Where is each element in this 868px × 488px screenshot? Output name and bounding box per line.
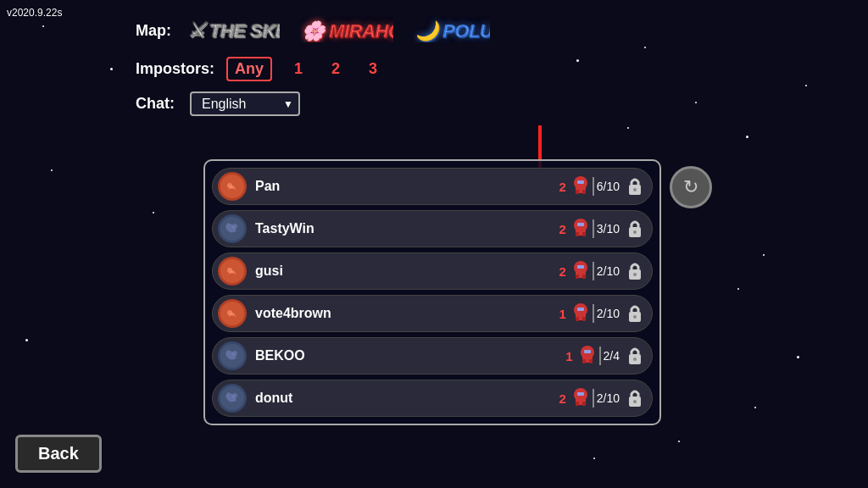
svg-point-46 bbox=[232, 351, 237, 356]
lock-icon bbox=[626, 303, 643, 324]
impostor-options: Any 1 2 3 bbox=[226, 57, 384, 81]
player-count: 6/10 bbox=[597, 180, 620, 193]
svg-rect-20 bbox=[582, 232, 586, 236]
server-list: Pan 2 6/10 bbox=[203, 159, 661, 425]
svg-rect-41 bbox=[577, 308, 584, 311]
impostor-any-button[interactable]: Any bbox=[226, 57, 272, 81]
svg-rect-9 bbox=[576, 190, 579, 194]
map-options: ⚔ THE SKELD 🌸 MIRAHQ 🌙 POLUS bbox=[186, 15, 490, 47]
separator-line bbox=[592, 304, 595, 323]
svg-point-6 bbox=[227, 183, 232, 188]
svg-rect-31 bbox=[577, 265, 584, 269]
impostor-count: 2 bbox=[559, 180, 565, 194]
separator-line bbox=[592, 177, 595, 196]
svg-text:⚔ THE SKELD: ⚔ THE SKELD bbox=[188, 20, 280, 42]
server-row[interactable]: gusi 2 2/10 bbox=[212, 252, 653, 290]
svg-rect-11 bbox=[577, 180, 584, 184]
back-button[interactable]: Back bbox=[15, 435, 102, 473]
svg-point-54 bbox=[633, 358, 637, 361]
svg-rect-19 bbox=[576, 232, 579, 236]
svg-point-24 bbox=[633, 230, 637, 234]
svg-rect-60 bbox=[582, 402, 586, 406]
impostor-count: 2 bbox=[559, 391, 565, 406]
impostor-count: 2 bbox=[559, 264, 565, 279]
svg-rect-21 bbox=[577, 223, 584, 226]
chat-select-wrapper[interactable]: English Other All bbox=[190, 92, 300, 116]
player-count: 2/10 bbox=[597, 264, 620, 278]
player-count: 2/10 bbox=[597, 307, 620, 320]
chat-label: Chat: bbox=[136, 95, 178, 113]
separator-line bbox=[592, 389, 595, 408]
server-row-right: 1 2/4 bbox=[565, 345, 643, 367]
character-icon bbox=[571, 218, 590, 240]
svg-rect-29 bbox=[576, 274, 579, 279]
impostor-count: 2 bbox=[559, 222, 565, 236]
character-icon bbox=[571, 302, 590, 324]
skeld-logo-svg: ⚔ THE SKELD bbox=[186, 15, 280, 42]
svg-rect-59 bbox=[576, 402, 579, 406]
player-count: 3/10 bbox=[597, 222, 620, 236]
server-icon-rose bbox=[218, 172, 247, 201]
server-row[interactable]: donut 2 2/10 bbox=[212, 380, 653, 417]
server-row[interactable]: TastyWin 2 3/10 bbox=[212, 210, 653, 247]
server-row[interactable]: Pan 2 6/10 bbox=[212, 168, 653, 205]
svg-rect-61 bbox=[577, 392, 584, 396]
map-label: Map: bbox=[136, 22, 171, 40]
character-icon bbox=[571, 175, 590, 197]
svg-point-44 bbox=[633, 315, 637, 319]
server-row-right: 2 6/10 bbox=[559, 175, 643, 197]
map-skeld-button[interactable]: ⚔ THE SKELD bbox=[186, 15, 280, 47]
svg-point-64 bbox=[633, 400, 637, 403]
character-icon bbox=[571, 260, 590, 282]
version-label: v2020.9.22s bbox=[7, 7, 62, 19]
svg-point-14 bbox=[633, 188, 637, 191]
impostor-2-button[interactable]: 2 bbox=[325, 58, 347, 80]
server-icon-moon bbox=[218, 384, 247, 413]
svg-rect-39 bbox=[576, 317, 579, 321]
character-icon bbox=[571, 387, 590, 409]
lock-icon bbox=[626, 176, 643, 197]
svg-point-34 bbox=[633, 273, 637, 276]
separator-line bbox=[598, 347, 602, 365]
impostor-count: 1 bbox=[565, 349, 572, 363]
lock-icon bbox=[626, 219, 643, 239]
lock-icon bbox=[626, 261, 643, 281]
server-row[interactable]: BEKOO 1 2/4 bbox=[212, 337, 653, 374]
server-row-right: 2 3/10 bbox=[559, 218, 643, 240]
svg-point-26 bbox=[227, 268, 232, 273]
refresh-icon: ↻ bbox=[683, 176, 698, 198]
character-icon bbox=[578, 345, 597, 367]
header: Map: ⚔ THE SKELD 🌸 MIRAHQ 🌙 POLUS Impost… bbox=[136, 15, 800, 116]
svg-point-56 bbox=[232, 393, 237, 398]
separator-line bbox=[592, 219, 595, 238]
server-icon-moon bbox=[218, 214, 247, 243]
refresh-button[interactable]: ↻ bbox=[670, 166, 712, 208]
server-row-right: 2 2/10 bbox=[559, 260, 643, 282]
server-name: Pan bbox=[255, 179, 559, 194]
svg-rect-30 bbox=[582, 274, 586, 279]
svg-rect-49 bbox=[582, 359, 586, 363]
server-name: gusi bbox=[255, 263, 559, 279]
svg-text:🌸 MIRAHQ: 🌸 MIRAHQ bbox=[300, 19, 393, 42]
map-mirahq-button[interactable]: 🌸 MIRAHQ bbox=[300, 15, 393, 47]
svg-rect-50 bbox=[589, 359, 593, 363]
server-icon-rose bbox=[218, 299, 247, 328]
impostors-row: Impostors: Any 1 2 3 bbox=[136, 57, 800, 81]
server-name: BEKOO bbox=[255, 348, 565, 363]
server-row[interactable]: vote4brown 1 2/10 bbox=[212, 295, 653, 332]
server-row-right: 1 2/10 bbox=[559, 302, 643, 324]
map-polus-button[interactable]: 🌙 POLUS bbox=[414, 15, 490, 47]
server-icon-rose bbox=[218, 257, 247, 286]
impostor-3-button[interactable]: 3 bbox=[362, 58, 384, 80]
mirahq-logo-svg: 🌸 MIRAHQ bbox=[300, 15, 393, 42]
svg-text:🌙 POLUS: 🌙 POLUS bbox=[414, 19, 490, 42]
impostors-label: Impostors: bbox=[136, 60, 214, 78]
server-name: vote4brown bbox=[255, 306, 559, 321]
player-count: 2/4 bbox=[604, 349, 620, 363]
impostor-1-button[interactable]: 1 bbox=[287, 58, 309, 80]
chat-row: Chat: English Other All bbox=[136, 92, 800, 116]
svg-rect-51 bbox=[584, 350, 591, 353]
server-name: donut bbox=[255, 391, 559, 406]
chat-select[interactable]: English Other All bbox=[190, 92, 300, 116]
svg-rect-10 bbox=[582, 190, 586, 194]
